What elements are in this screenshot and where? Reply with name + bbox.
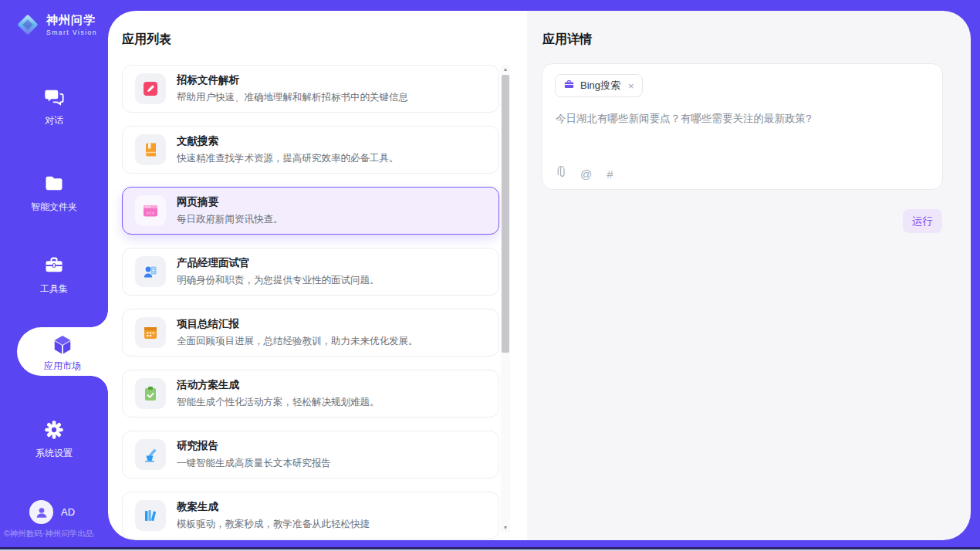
app-card-description: 智能生成个性化活动方案，轻松解决规划难题。 xyxy=(177,396,380,409)
app-card-project-summary[interactable]: 项目总结汇报 全面回顾项目进展，总结经验教训，助力未来优化发展。 xyxy=(122,309,499,357)
main-panel: 应用列表 招标文件解析 帮助用户快速、准确地理解和解析招标书中的关键信息 xyxy=(108,11,971,540)
svg-text:</>: </> xyxy=(147,211,154,216)
sidebar-item-chat[interactable]: 对话 xyxy=(0,86,108,127)
sidebar-item-label: 系统设置 xyxy=(35,448,73,458)
input-action-row: @ # xyxy=(556,166,613,181)
attachment-icon[interactable] xyxy=(556,166,566,181)
sidebar-item-label: 智能文件夹 xyxy=(31,201,77,212)
hashtag-icon[interactable]: # xyxy=(607,167,613,181)
avatar xyxy=(29,500,53,524)
query-input-card: Bing搜索 × 今日湖北有哪些新闻要点？有哪些需要关注的最新政策? @ # xyxy=(542,63,943,190)
mention-icon[interactable]: @ xyxy=(580,167,592,181)
sidebar-item-label: 对话 xyxy=(45,115,63,126)
app-card-title: 教案生成 xyxy=(177,500,370,514)
gear-icon xyxy=(0,419,108,441)
sidebar-item-smart-folder[interactable]: 智能文件夹 xyxy=(0,173,108,214)
book-icon xyxy=(135,134,166,165)
browser-code-icon: </> xyxy=(135,195,166,226)
app-card-description: 快速精准查找学术资源，提高研究效率的必备工具。 xyxy=(177,152,399,165)
user-name: AD xyxy=(61,506,75,518)
sidebar-item-label: 应用市场 xyxy=(44,360,81,371)
app-card-description: 每日政府新闻资讯快查。 xyxy=(177,213,283,226)
app-card-title: 招标文件解析 xyxy=(177,73,408,87)
brand-diamond-icon xyxy=(15,12,40,37)
app-list-title: 应用列表 xyxy=(122,32,171,48)
clipboard-check-icon xyxy=(135,378,166,409)
chat-icon xyxy=(0,86,108,108)
sidebar-item-settings[interactable]: 系统设置 xyxy=(0,419,108,460)
books-icon xyxy=(135,500,166,531)
app-card-pm-interviewer[interactable]: 产品经理面试官 明确身份和职责，为您提供专业性的面试问题。 xyxy=(122,248,499,296)
toolbox-icon xyxy=(0,255,108,276)
app-card-list: 招标文件解析 帮助用户快速、准确地理解和解析招标书中的关键信息 文献搜索 快速精… xyxy=(122,65,499,540)
folder-icon xyxy=(0,173,108,194)
app-card-lesson-plan[interactable]: 教案生成 模板驱动，教案秒成，教学准备从此轻松快捷 xyxy=(122,492,499,539)
brand-title: 神州问学 xyxy=(46,13,97,28)
sidebar-item-label: 工具集 xyxy=(40,283,68,294)
query-input[interactable]: 今日湖北有哪些新闻要点？有哪些需要关注的最新政策? xyxy=(556,112,930,126)
app-card-title: 网页摘要 xyxy=(177,195,283,209)
app-card-description: 一键智能生成高质量长文本研究报告 xyxy=(177,457,331,470)
ink-pen-icon xyxy=(135,439,166,470)
app-card-description: 帮助用户快速、准确地理解和解析招标书中的关键信息 xyxy=(177,91,408,104)
app-card-activity-plan[interactable]: 活动方案生成 智能生成个性化活动方案，轻松解决规划难题。 xyxy=(122,370,499,417)
app-card-description: 全面回顾项目进展，总结经验教训，助力未来优化发展。 xyxy=(177,335,418,348)
tool-tag-bing-search[interactable]: Bing搜索 × xyxy=(555,74,643,97)
scroll-down-icon[interactable]: ▼ xyxy=(501,523,510,532)
brand-subtitle: Smart Vision xyxy=(46,29,97,36)
app-card-title: 项目总结汇报 xyxy=(177,317,418,331)
app-card-tender-parse[interactable]: 招标文件解析 帮助用户快速、准确地理解和解析招标书中的关键信息 xyxy=(122,65,499,113)
run-button[interactable]: 运行 xyxy=(903,209,942,233)
app-card-web-summary[interactable]: </> 网页摘要 每日政府新闻资讯快查。 xyxy=(122,187,499,235)
user-account[interactable]: AD xyxy=(29,500,75,524)
app-card-literature-search[interactable]: 文献搜索 快速精准查找学术资源，提高研究效率的必备工具。 xyxy=(122,126,499,174)
app-card-title: 活动方案生成 xyxy=(177,378,380,392)
app-card-research-report[interactable]: 研究报告 一键智能生成高质量长文本研究报告 xyxy=(122,431,499,478)
sidebar-item-toolset[interactable]: 工具集 xyxy=(0,255,108,296)
app-card-title: 产品经理面试官 xyxy=(177,256,380,270)
pencil-square-icon xyxy=(135,73,166,104)
interviewer-icon xyxy=(135,256,166,287)
app-card-title: 文献搜索 xyxy=(177,134,399,148)
app-card-description: 模板驱动，教案秒成，教学准备从此轻松快捷 xyxy=(177,518,370,531)
sidebar-item-app-market[interactable]: 应用市场 xyxy=(17,327,108,376)
app-detail-pane: 应用详情 Bing搜索 × 今日湖北有哪些新闻要点？有哪些需要关注的最新政策? xyxy=(527,11,971,540)
cube-icon xyxy=(17,333,108,357)
app-detail-title: 应用详情 xyxy=(542,32,592,48)
sidebar: 神州问学 Smart Vision 对话 智能文件夹 xyxy=(0,0,108,551)
app-list-pane: 应用列表 招标文件解析 帮助用户快速、准确地理解和解析招标书中的关键信息 xyxy=(108,11,527,540)
scrollbar-thumb[interactable] xyxy=(502,75,509,353)
calendar-icon xyxy=(135,317,166,348)
briefcase-icon xyxy=(563,79,575,93)
close-icon[interactable]: × xyxy=(628,80,634,92)
app-card-description: 明确身份和职责，为您提供专业性的面试问题。 xyxy=(177,274,380,287)
app-list-scrollbar[interactable]: ▲ ▼ xyxy=(501,65,510,532)
app-card-title: 研究报告 xyxy=(177,439,331,453)
scroll-up-icon[interactable]: ▲ xyxy=(501,65,510,74)
copyright-footer: ©神州数码·神州问学出品 xyxy=(4,529,108,539)
app-logo: 神州问学 Smart Vision xyxy=(15,12,97,37)
tool-tag-label: Bing搜索 xyxy=(580,79,620,93)
